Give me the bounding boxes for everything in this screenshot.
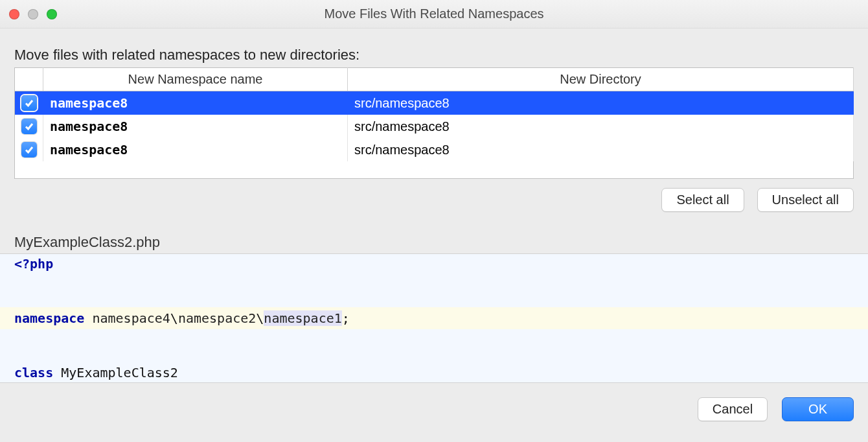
close-icon[interactable] bbox=[9, 9, 19, 19]
code-line bbox=[0, 329, 868, 346]
directory-cell: src/namespace8 bbox=[354, 143, 450, 157]
table-filler-row bbox=[15, 161, 854, 178]
code-line bbox=[0, 290, 868, 307]
unselect-all-button[interactable]: Unselect all bbox=[757, 188, 854, 212]
column-header-namespace[interactable]: New Namespace name bbox=[43, 68, 348, 91]
code-line bbox=[0, 346, 868, 363]
directory-cell: src/namespace8 bbox=[354, 119, 450, 134]
namespace-segment: namespace4 bbox=[92, 310, 170, 326]
ok-button[interactable]: OK bbox=[782, 397, 854, 421]
class-keyword: class bbox=[14, 365, 53, 380]
namespaces-table: New Namespace name New Directory namespa… bbox=[14, 67, 854, 179]
code-line bbox=[0, 273, 868, 290]
code-line: namespace namespace4\namespace2\namespac… bbox=[0, 307, 868, 329]
php-open-tag: <?php bbox=[14, 256, 53, 272]
table-row[interactable]: namespace8 src/namespace8 bbox=[15, 138, 854, 161]
code-line: <?php bbox=[0, 254, 868, 273]
namespace-segment: namespace1 bbox=[264, 310, 341, 326]
code-preview: <?php namespace namespace4\namespace2\na… bbox=[0, 253, 868, 383]
check-icon bbox=[24, 98, 34, 108]
zoom-icon[interactable] bbox=[47, 9, 57, 19]
row-checkbox[interactable] bbox=[21, 142, 37, 157]
directory-cell: src/namespace8 bbox=[354, 96, 450, 110]
table-row[interactable]: namespace8 src/namespace8 bbox=[15, 115, 854, 138]
namespace-cell: namespace8 bbox=[50, 142, 128, 157]
namespace-cell: namespace8 bbox=[50, 119, 128, 134]
row-checkbox[interactable] bbox=[21, 95, 37, 111]
dialog-footer: Cancel OK bbox=[0, 383, 868, 421]
code-line: class MyExampleClass2 bbox=[0, 363, 868, 382]
preview-file-label: MyExampleClass2.php bbox=[14, 234, 854, 251]
check-icon bbox=[24, 121, 34, 132]
namespace-segment: namespace2 bbox=[178, 310, 256, 326]
select-all-button[interactable]: Select all bbox=[661, 188, 744, 212]
table-row[interactable]: namespace8 src/namespace8 bbox=[15, 91, 854, 115]
window-title: Move Files With Related Namespaces bbox=[0, 6, 868, 21]
minimize-icon bbox=[28, 9, 38, 19]
window-controls bbox=[9, 9, 57, 19]
column-header-checkbox[interactable] bbox=[15, 68, 43, 91]
cancel-button[interactable]: Cancel bbox=[698, 397, 768, 421]
column-header-directory[interactable]: New Directory bbox=[348, 68, 854, 91]
dialog-content: Move files with related namespaces to ne… bbox=[0, 29, 868, 383]
selection-buttons: Select all Unselect all bbox=[14, 188, 854, 212]
check-icon bbox=[24, 145, 34, 155]
class-name: MyExampleClass2 bbox=[61, 365, 178, 380]
row-checkbox[interactable] bbox=[21, 119, 37, 134]
title-bar: Move Files With Related Namespaces bbox=[0, 0, 868, 29]
namespace-keyword: namespace bbox=[14, 310, 84, 326]
namespace-cell: namespace8 bbox=[50, 95, 128, 111]
prompt-label: Move files with related namespaces to ne… bbox=[14, 47, 854, 64]
